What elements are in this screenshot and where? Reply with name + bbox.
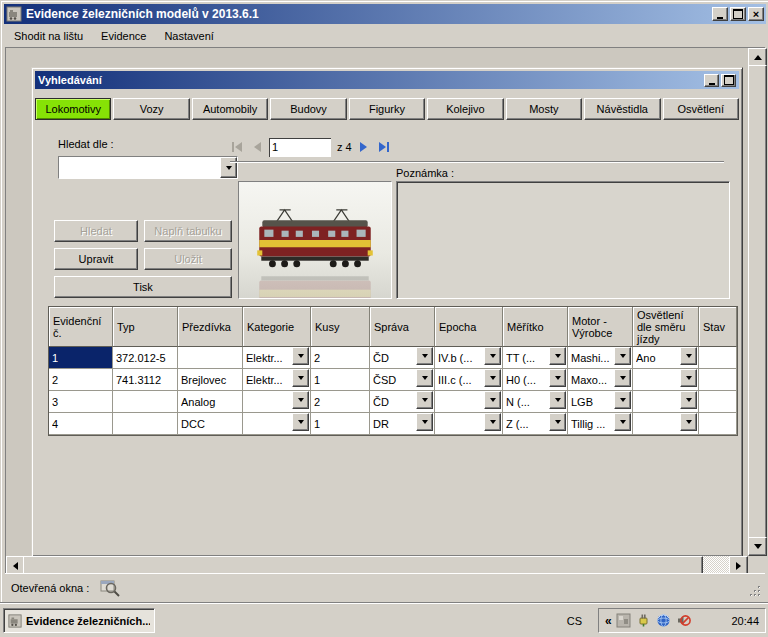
dropdown-arrow-button[interactable] (549, 391, 566, 409)
search-window-taskbar-icon[interactable] (97, 577, 123, 599)
tray-chevron-icon[interactable]: « (605, 614, 612, 628)
search-by-input[interactable] (59, 157, 220, 178)
search-window-titlebar[interactable]: Vyhledávání (35, 71, 739, 89)
table-cell[interactable] (699, 391, 737, 413)
dropdown-arrow-button[interactable] (292, 347, 309, 365)
column-header-měřítko[interactable]: Měřítko (503, 307, 568, 347)
inner-maximize-button[interactable] (721, 74, 736, 87)
table-cell[interactable] (699, 347, 737, 369)
column-header-evidenční-č[interactable]: Evidenční č. (49, 307, 113, 347)
dropdown-arrow-button[interactable] (484, 347, 501, 365)
dropdown-arrow-button[interactable] (549, 413, 566, 431)
volume-muted-icon[interactable] (676, 613, 692, 629)
dropdown-arrow-button[interactable] (680, 369, 697, 387)
dropdown-arrow-button[interactable] (292, 413, 309, 431)
record-previous-button[interactable] (252, 142, 263, 152)
table-cell[interactable]: 1 (49, 347, 113, 369)
table-cell[interactable]: N (... (503, 391, 568, 413)
table-cell[interactable]: ČSD (370, 369, 435, 391)
dropdown-arrow-button[interactable] (292, 391, 309, 409)
dropdown-arrow-button[interactable] (484, 391, 501, 409)
record-first-button[interactable] (230, 142, 244, 152)
language-indicator[interactable]: CS (561, 608, 588, 633)
inner-minimize-button[interactable] (704, 74, 719, 87)
menu-item-nastavení[interactable]: Nastavení (155, 28, 223, 44)
horizontal-scrollbar[interactable] (6, 556, 748, 573)
table-cell[interactable] (699, 369, 737, 391)
save-button[interactable]: Uložit (144, 248, 232, 270)
power-plug-icon[interactable] (636, 613, 652, 629)
column-header-stav[interactable]: Stav (699, 307, 737, 347)
dropdown-arrow-button[interactable] (416, 413, 433, 431)
table-cell[interactable] (113, 413, 178, 435)
column-header-kategorie[interactable]: Kategorie (243, 307, 311, 347)
app-titlebar[interactable]: Evidence železničních modelů v 2013.6.1 … (4, 4, 766, 24)
scroll-down-button[interactable] (748, 537, 767, 556)
table-cell[interactable]: ČD (370, 391, 435, 413)
table-cell[interactable] (113, 391, 178, 413)
record-number-input[interactable] (269, 138, 331, 157)
clock[interactable]: 20:44 (731, 615, 759, 627)
minimize-button[interactable] (712, 7, 728, 21)
table-cell[interactable]: IV.b (... (435, 347, 503, 369)
table-cell[interactable] (178, 347, 243, 369)
table-cell[interactable]: Maxo... (568, 369, 633, 391)
edit-button[interactable]: Upravit (54, 248, 138, 270)
table-cell[interactable]: 1 (311, 369, 370, 391)
table-cell[interactable]: Elektr... (243, 369, 311, 391)
record-last-button[interactable] (377, 142, 391, 152)
dropdown-arrow-button[interactable] (680, 413, 697, 431)
table-cell[interactable]: H0 (... (503, 369, 568, 391)
dropdown-arrow-button[interactable] (416, 391, 433, 409)
dropdown-arrow-button[interactable] (549, 347, 566, 365)
taskbar-app-button[interactable]: Evidence železničních... (3, 608, 155, 633)
table-cell[interactable]: DCC (178, 413, 243, 435)
dropdown-arrow-button[interactable] (680, 391, 697, 409)
tab-figurky[interactable]: Figurky (349, 98, 425, 120)
table-cell[interactable]: ČD (370, 347, 435, 369)
table-cell[interactable]: 2 (311, 347, 370, 369)
tab-automobily[interactable]: Automobily (192, 98, 268, 120)
print-button[interactable]: Tisk (54, 276, 232, 298)
tab-vozy[interactable]: Vozy (113, 98, 189, 120)
dropdown-arrow-button[interactable] (614, 369, 631, 387)
tab-návěstidla[interactable]: Návěstidla (584, 98, 660, 120)
tab-mosty[interactable]: Mosty (506, 98, 582, 120)
tab-budovy[interactable]: Budovy (270, 98, 346, 120)
dropdown-arrow-button[interactable] (614, 391, 631, 409)
menu-item-evidence[interactable]: Evidence (92, 28, 155, 44)
table-cell[interactable]: Elektr... (243, 347, 311, 369)
table-cell[interactable]: TT (... (503, 347, 568, 369)
table-cell[interactable]: Mashi... (568, 347, 633, 369)
dropdown-arrow-button[interactable] (484, 413, 501, 431)
dropdown-arrow-button[interactable] (416, 347, 433, 365)
table-cell[interactable]: LGB (568, 391, 633, 413)
table-cell[interactable] (435, 413, 503, 435)
table-cell[interactable]: 4 (49, 413, 113, 435)
table-cell[interactable] (633, 391, 699, 413)
table-cell[interactable] (435, 391, 503, 413)
tab-osvětlení[interactable]: Osvětlení (663, 98, 739, 120)
resize-grip[interactable] (749, 585, 762, 598)
dropdown-arrow-button[interactable] (614, 347, 631, 365)
table-cell[interactable]: 3 (49, 391, 113, 413)
app-tray-icon[interactable] (616, 613, 632, 629)
vertical-scrollbar[interactable] (748, 48, 765, 556)
table-cell[interactable]: Brejlovec (178, 369, 243, 391)
dropdown-arrow-button[interactable] (549, 369, 566, 387)
dropdown-arrow-button[interactable] (292, 369, 309, 387)
record-next-button[interactable] (358, 142, 369, 152)
table-cell[interactable]: Analog (178, 391, 243, 413)
column-header-kusy[interactable]: Kusy (311, 307, 370, 347)
search-by-combobox[interactable] (58, 156, 238, 179)
table-cell[interactable]: Z (... (503, 413, 568, 435)
fill-table-button[interactable]: Naplň tabulku (144, 220, 232, 242)
column-header-přezdívka[interactable]: Přezdívka (178, 307, 243, 347)
table-cell[interactable]: III.c (... (435, 369, 503, 391)
vertical-scroll-thumb[interactable] (748, 65, 767, 541)
dropdown-arrow-button[interactable] (484, 369, 501, 387)
tab-lokomotivy[interactable]: Lokomotivy (35, 98, 111, 120)
table-cell[interactable]: Ano (633, 347, 699, 369)
column-header-typ[interactable]: Typ (113, 307, 178, 347)
table-cell[interactable]: 1 (311, 413, 370, 435)
